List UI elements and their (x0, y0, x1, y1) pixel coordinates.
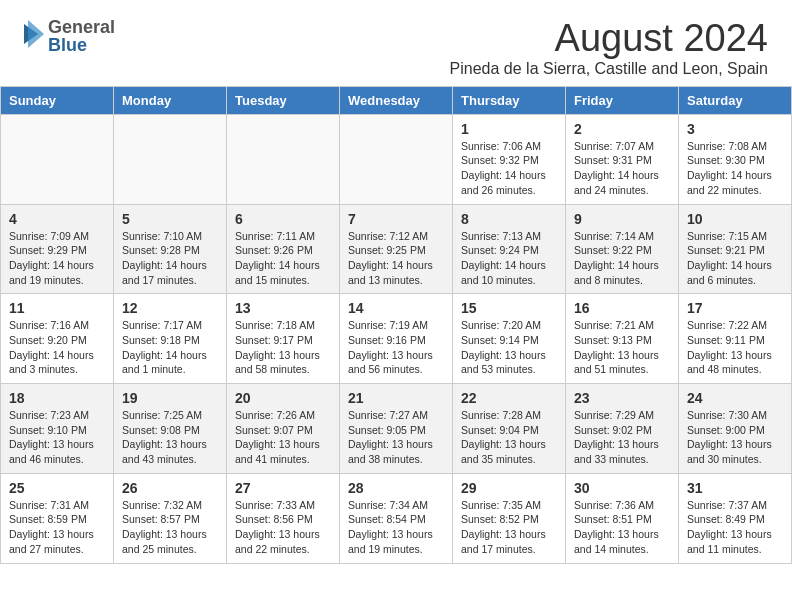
day-info: Sunrise: 7:07 AM Sunset: 9:31 PM Dayligh… (574, 139, 670, 198)
col-header-friday: Friday (566, 86, 679, 114)
day-number: 25 (9, 480, 105, 496)
day-number: 6 (235, 211, 331, 227)
day-number: 9 (574, 211, 670, 227)
calendar-cell: 22Sunrise: 7:28 AM Sunset: 9:04 PM Dayli… (453, 384, 566, 474)
calendar-cell: 15Sunrise: 7:20 AM Sunset: 9:14 PM Dayli… (453, 294, 566, 384)
calendar-cell: 29Sunrise: 7:35 AM Sunset: 8:52 PM Dayli… (453, 473, 566, 563)
calendar-cell (114, 114, 227, 204)
day-info: Sunrise: 7:35 AM Sunset: 8:52 PM Dayligh… (461, 498, 557, 557)
day-info: Sunrise: 7:11 AM Sunset: 9:26 PM Dayligh… (235, 229, 331, 288)
col-header-tuesday: Tuesday (227, 86, 340, 114)
calendar-cell: 8Sunrise: 7:13 AM Sunset: 9:24 PM Daylig… (453, 204, 566, 294)
col-header-wednesday: Wednesday (340, 86, 453, 114)
svg-marker-1 (28, 20, 44, 48)
day-number: 7 (348, 211, 444, 227)
calendar-cell: 7Sunrise: 7:12 AM Sunset: 9:25 PM Daylig… (340, 204, 453, 294)
day-info: Sunrise: 7:21 AM Sunset: 9:13 PM Dayligh… (574, 318, 670, 377)
col-header-saturday: Saturday (679, 86, 792, 114)
day-number: 8 (461, 211, 557, 227)
calendar-cell: 6Sunrise: 7:11 AM Sunset: 9:26 PM Daylig… (227, 204, 340, 294)
day-number: 19 (122, 390, 218, 406)
day-info: Sunrise: 7:12 AM Sunset: 9:25 PM Dayligh… (348, 229, 444, 288)
day-info: Sunrise: 7:22 AM Sunset: 9:11 PM Dayligh… (687, 318, 783, 377)
calendar-cell: 10Sunrise: 7:15 AM Sunset: 9:21 PM Dayli… (679, 204, 792, 294)
day-info: Sunrise: 7:18 AM Sunset: 9:17 PM Dayligh… (235, 318, 331, 377)
day-number: 24 (687, 390, 783, 406)
day-number: 13 (235, 300, 331, 316)
logo-container: General Blue (24, 18, 115, 54)
page-header: General Blue August 2024 Pineda de la Si… (0, 0, 792, 86)
col-header-thursday: Thursday (453, 86, 566, 114)
day-info: Sunrise: 7:32 AM Sunset: 8:57 PM Dayligh… (122, 498, 218, 557)
day-number: 12 (122, 300, 218, 316)
calendar-week-3: 11Sunrise: 7:16 AM Sunset: 9:20 PM Dayli… (1, 294, 792, 384)
day-number: 3 (687, 121, 783, 137)
day-info: Sunrise: 7:26 AM Sunset: 9:07 PM Dayligh… (235, 408, 331, 467)
day-info: Sunrise: 7:10 AM Sunset: 9:28 PM Dayligh… (122, 229, 218, 288)
day-number: 26 (122, 480, 218, 496)
logo: General Blue (24, 18, 115, 54)
day-number: 2 (574, 121, 670, 137)
calendar-cell: 19Sunrise: 7:25 AM Sunset: 9:08 PM Dayli… (114, 384, 227, 474)
calendar-cell: 3Sunrise: 7:08 AM Sunset: 9:30 PM Daylig… (679, 114, 792, 204)
calendar-cell: 12Sunrise: 7:17 AM Sunset: 9:18 PM Dayli… (114, 294, 227, 384)
day-info: Sunrise: 7:17 AM Sunset: 9:18 PM Dayligh… (122, 318, 218, 377)
day-number: 20 (235, 390, 331, 406)
day-info: Sunrise: 7:13 AM Sunset: 9:24 PM Dayligh… (461, 229, 557, 288)
day-info: Sunrise: 7:25 AM Sunset: 9:08 PM Dayligh… (122, 408, 218, 467)
day-number: 18 (9, 390, 105, 406)
day-info: Sunrise: 7:06 AM Sunset: 9:32 PM Dayligh… (461, 139, 557, 198)
day-info: Sunrise: 7:27 AM Sunset: 9:05 PM Dayligh… (348, 408, 444, 467)
day-number: 5 (122, 211, 218, 227)
day-number: 23 (574, 390, 670, 406)
day-number: 27 (235, 480, 331, 496)
logo-text-block: General Blue (48, 18, 115, 54)
calendar-cell: 20Sunrise: 7:26 AM Sunset: 9:07 PM Dayli… (227, 384, 340, 474)
col-header-sunday: Sunday (1, 86, 114, 114)
day-number: 1 (461, 121, 557, 137)
day-info: Sunrise: 7:31 AM Sunset: 8:59 PM Dayligh… (9, 498, 105, 557)
day-info: Sunrise: 7:08 AM Sunset: 9:30 PM Dayligh… (687, 139, 783, 198)
calendar-cell: 2Sunrise: 7:07 AM Sunset: 9:31 PM Daylig… (566, 114, 679, 204)
title-block: August 2024 Pineda de la Sierra, Castill… (450, 18, 768, 78)
calendar-cell: 23Sunrise: 7:29 AM Sunset: 9:02 PM Dayli… (566, 384, 679, 474)
day-info: Sunrise: 7:16 AM Sunset: 9:20 PM Dayligh… (9, 318, 105, 377)
day-info: Sunrise: 7:30 AM Sunset: 9:00 PM Dayligh… (687, 408, 783, 467)
location-subtitle: Pineda de la Sierra, Castille and Leon, … (450, 60, 768, 78)
day-number: 28 (348, 480, 444, 496)
day-info: Sunrise: 7:29 AM Sunset: 9:02 PM Dayligh… (574, 408, 670, 467)
col-header-monday: Monday (114, 86, 227, 114)
calendar-cell: 9Sunrise: 7:14 AM Sunset: 9:22 PM Daylig… (566, 204, 679, 294)
day-number: 16 (574, 300, 670, 316)
day-number: 22 (461, 390, 557, 406)
day-number: 17 (687, 300, 783, 316)
day-number: 4 (9, 211, 105, 227)
day-info: Sunrise: 7:28 AM Sunset: 9:04 PM Dayligh… (461, 408, 557, 467)
day-info: Sunrise: 7:19 AM Sunset: 9:16 PM Dayligh… (348, 318, 444, 377)
calendar-cell: 11Sunrise: 7:16 AM Sunset: 9:20 PM Dayli… (1, 294, 114, 384)
calendar-cell: 26Sunrise: 7:32 AM Sunset: 8:57 PM Dayli… (114, 473, 227, 563)
calendar-cell: 31Sunrise: 7:37 AM Sunset: 8:49 PM Dayli… (679, 473, 792, 563)
day-info: Sunrise: 7:15 AM Sunset: 9:21 PM Dayligh… (687, 229, 783, 288)
calendar-cell (340, 114, 453, 204)
calendar-cell: 27Sunrise: 7:33 AM Sunset: 8:56 PM Dayli… (227, 473, 340, 563)
day-info: Sunrise: 7:37 AM Sunset: 8:49 PM Dayligh… (687, 498, 783, 557)
calendar-cell: 14Sunrise: 7:19 AM Sunset: 9:16 PM Dayli… (340, 294, 453, 384)
calendar-table: SundayMondayTuesdayWednesdayThursdayFrid… (0, 86, 792, 564)
calendar-header-row: SundayMondayTuesdayWednesdayThursdayFrid… (1, 86, 792, 114)
calendar-week-4: 18Sunrise: 7:23 AM Sunset: 9:10 PM Dayli… (1, 384, 792, 474)
calendar-week-2: 4Sunrise: 7:09 AM Sunset: 9:29 PM Daylig… (1, 204, 792, 294)
day-info: Sunrise: 7:36 AM Sunset: 8:51 PM Dayligh… (574, 498, 670, 557)
day-number: 21 (348, 390, 444, 406)
day-number: 31 (687, 480, 783, 496)
calendar-cell: 24Sunrise: 7:30 AM Sunset: 9:00 PM Dayli… (679, 384, 792, 474)
calendar-week-1: 1Sunrise: 7:06 AM Sunset: 9:32 PM Daylig… (1, 114, 792, 204)
calendar-cell: 30Sunrise: 7:36 AM Sunset: 8:51 PM Dayli… (566, 473, 679, 563)
day-info: Sunrise: 7:20 AM Sunset: 9:14 PM Dayligh… (461, 318, 557, 377)
calendar-cell: 16Sunrise: 7:21 AM Sunset: 9:13 PM Dayli… (566, 294, 679, 384)
day-number: 29 (461, 480, 557, 496)
calendar-cell: 18Sunrise: 7:23 AM Sunset: 9:10 PM Dayli… (1, 384, 114, 474)
day-number: 14 (348, 300, 444, 316)
logo-icon-wrapper (24, 20, 44, 52)
day-info: Sunrise: 7:34 AM Sunset: 8:54 PM Dayligh… (348, 498, 444, 557)
